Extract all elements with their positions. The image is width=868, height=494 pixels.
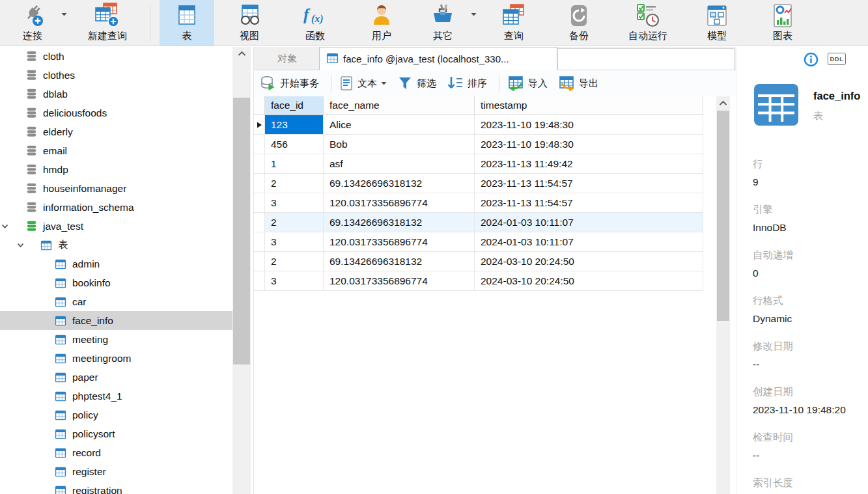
tree-item-hmdp[interactable]: hmdp bbox=[0, 160, 232, 179]
toolbar-button-import[interactable]: 导入 bbox=[507, 75, 548, 91]
grid-cell[interactable]: 2 bbox=[265, 174, 324, 193]
tree-item-paper[interactable]: paper bbox=[0, 368, 232, 387]
grid-cell[interactable]: 123 bbox=[265, 115, 324, 135]
tree-item-label: dblab bbox=[43, 89, 68, 100]
grid-cell[interactable]: 2024-03-10 20:24:50 bbox=[475, 271, 703, 291]
ribbon-button-automation[interactable]: 自动运行 bbox=[614, 0, 682, 46]
scroll-up-icon[interactable] bbox=[232, 47, 251, 60]
tree-item-email[interactable]: email bbox=[0, 141, 232, 160]
grid-column-header-timestamp[interactable]: timestamp bbox=[475, 96, 703, 115]
grid-cell[interactable]: 2 bbox=[265, 213, 324, 232]
grid-cell[interactable]: 2023-11-13 11:54:57 bbox=[475, 193, 703, 213]
ribbon-dropdown-connection[interactable] bbox=[59, 0, 69, 46]
tree-item--[interactable]: 表 bbox=[0, 236, 232, 254]
ribbon-button-label: 用户 bbox=[372, 29, 391, 43]
grid-cell[interactable]: Alice bbox=[324, 115, 475, 135]
ribbon-button-new-query[interactable]: 新建查询 bbox=[69, 0, 146, 46]
grid-cell[interactable]: 1 bbox=[265, 154, 324, 174]
tree-item-meetingroom[interactable]: meetingroom bbox=[0, 349, 232, 368]
grid-cell[interactable]: 3 bbox=[265, 232, 324, 252]
grid-cell[interactable]: 2023-11-13 11:54:57 bbox=[475, 174, 703, 193]
tree-item-bookinfo[interactable]: bookinfo bbox=[0, 273, 232, 292]
grid-cell[interactable]: 3 bbox=[265, 271, 324, 291]
grid-cell[interactable]: 2023-11-13 11:49:42 bbox=[475, 154, 703, 174]
tab-face-info[interactable]: face_info @java_test (localhost_330... bbox=[319, 47, 557, 70]
grid-cell[interactable]: 120.03173356896774 bbox=[324, 193, 475, 213]
tree-item-policysort[interactable]: policysort bbox=[0, 424, 232, 443]
grid-cell[interactable]: 2024-03-10 20:24:50 bbox=[475, 252, 703, 271]
tree-item-policy[interactable]: policy bbox=[0, 405, 232, 424]
tree-item-meeting[interactable]: meeting bbox=[0, 330, 232, 349]
tree-item-cloth[interactable]: cloth bbox=[0, 47, 232, 66]
ribbon-button-charts[interactable]: 图表 bbox=[752, 0, 813, 46]
ribbon-button-connection[interactable]: 连接 bbox=[7, 0, 59, 46]
toolbar-button-begin-transaction[interactable]: 开始事务 bbox=[260, 75, 319, 91]
grid-cell[interactable]: 120.03173356896774 bbox=[324, 232, 475, 252]
grid-cell[interactable]: 120.03173356896774 bbox=[324, 271, 475, 291]
grid-cell[interactable]: 456 bbox=[265, 135, 324, 154]
grid-column-header-face_id[interactable]: face_id bbox=[265, 96, 324, 115]
ribbon-button-others[interactable]: 其它 bbox=[417, 0, 468, 46]
ddl-icon[interactable]: DDL bbox=[828, 53, 846, 65]
grid-cell[interactable]: 3 bbox=[265, 193, 324, 213]
row-marker-cell[interactable] bbox=[254, 232, 265, 252]
row-marker-cell[interactable] bbox=[254, 154, 265, 174]
grid-cell[interactable]: 2 bbox=[265, 252, 324, 271]
ribbon-dropdown-others[interactable] bbox=[468, 0, 479, 46]
ribbon-button-functions[interactable]: f (x)函数 bbox=[285, 0, 346, 46]
grid-cell[interactable]: 69.13426696318132 bbox=[324, 252, 475, 271]
row-marker-cell[interactable] bbox=[254, 252, 265, 271]
toolbar-button-filter[interactable]: 筛选 bbox=[397, 75, 436, 91]
tree-item-register[interactable]: register bbox=[0, 462, 232, 481]
grid-cell[interactable]: 2023-11-10 19:48:30 bbox=[475, 115, 703, 135]
caret-down-icon[interactable] bbox=[381, 81, 387, 85]
grid-cell[interactable]: asf bbox=[324, 154, 475, 174]
ribbon-button-users[interactable]: 用户 bbox=[351, 0, 412, 46]
grid-cell[interactable]: 2024-01-03 10:11:07 bbox=[475, 232, 703, 252]
ribbon-button-backup[interactable]: 备份 bbox=[549, 0, 609, 46]
grid-cell[interactable]: 2024-01-03 10:11:07 bbox=[475, 213, 703, 232]
row-marker-cell[interactable] bbox=[254, 135, 265, 154]
tree-item-registration[interactable]: registration bbox=[0, 481, 232, 494]
tree-item-dblab[interactable]: dblab bbox=[0, 85, 232, 103]
grid-cell[interactable]: 69.13426696318132 bbox=[324, 174, 475, 193]
chevron-down-icon[interactable] bbox=[0, 221, 10, 233]
scroll-up-icon[interactable] bbox=[716, 96, 730, 109]
ribbon-button-views[interactable]: 视图 bbox=[219, 0, 279, 46]
grid-cell[interactable]: 69.13426696318132 bbox=[324, 213, 475, 232]
tree-item-face_info[interactable]: face_info bbox=[0, 311, 232, 330]
tree-item-clothes[interactable]: clothes bbox=[0, 66, 232, 85]
grid-cell[interactable]: Bob bbox=[324, 135, 475, 154]
tree-item-elderly[interactable]: elderly bbox=[0, 122, 232, 141]
toolbar-button-export[interactable]: 导出 bbox=[558, 75, 598, 91]
ribbon-button-query[interactable]: 查询 bbox=[484, 0, 544, 46]
toolbar-button-sort[interactable]: 排序 bbox=[447, 75, 487, 91]
tree-item-deliciousfoods[interactable]: deliciousfoods bbox=[0, 103, 232, 122]
grid-scrollbar[interactable] bbox=[716, 96, 730, 494]
sidebar-scrollbar-thumb[interactable] bbox=[233, 98, 250, 364]
tree-item-car[interactable]: car bbox=[0, 292, 232, 311]
row-marker-cell[interactable] bbox=[254, 213, 265, 232]
toolbar-button-text[interactable]: 文本 bbox=[339, 75, 387, 91]
ribbon-button-model[interactable]: 模型 bbox=[687, 0, 747, 46]
grid-cell[interactable]: 2023-11-10 19:48:30 bbox=[475, 135, 703, 154]
tree-item-admin[interactable]: admin bbox=[0, 254, 232, 273]
tree-item-label: email bbox=[43, 145, 67, 157]
chevron-down-icon[interactable] bbox=[16, 240, 25, 252]
tree-item-houseinfomanager[interactable]: houseinfomanager bbox=[0, 179, 232, 198]
tree-item-record[interactable]: record bbox=[0, 443, 232, 462]
row-marker-icon[interactable] bbox=[254, 115, 265, 135]
tree-item-phptest4_1[interactable]: phptest4_1 bbox=[0, 387, 232, 405]
row-marker-cell[interactable] bbox=[254, 174, 265, 193]
row-marker-cell[interactable] bbox=[254, 271, 265, 291]
sidebar-scrollbar[interactable] bbox=[232, 47, 251, 494]
tab-objects[interactable]: 对象 bbox=[259, 47, 315, 70]
grid-scrollbar-thumb[interactable] bbox=[717, 111, 729, 321]
caret-down-icon bbox=[61, 12, 67, 16]
grid-column-header-face_name[interactable]: face_name bbox=[324, 96, 475, 115]
ribbon-button-tables[interactable]: 表 bbox=[160, 0, 214, 46]
tree-item-information_schema[interactable]: information_schema bbox=[0, 198, 232, 217]
info-icon[interactable] bbox=[804, 52, 819, 69]
row-marker-cell[interactable] bbox=[254, 193, 265, 213]
tree-item-java_test[interactable]: java_test bbox=[0, 217, 232, 236]
